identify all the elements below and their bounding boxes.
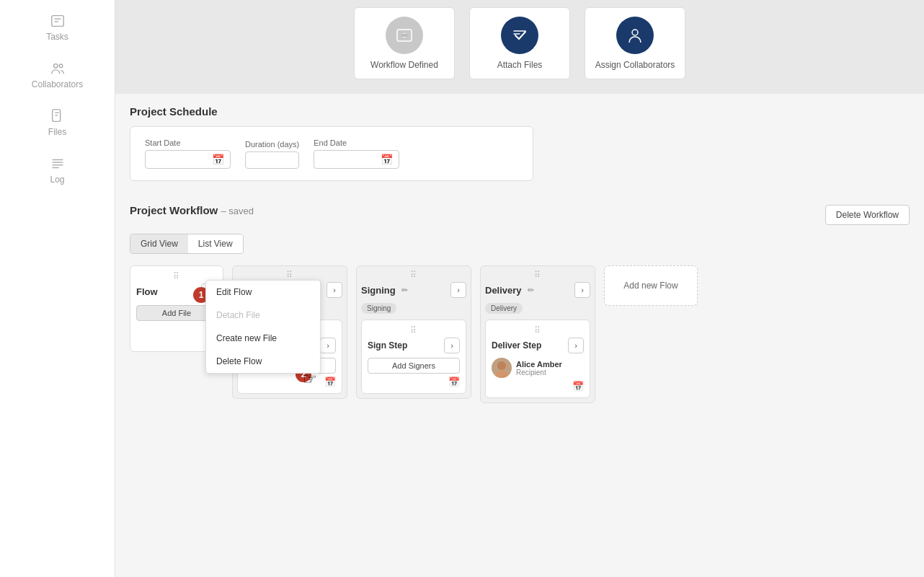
recipient-name: Alice Amber bbox=[516, 360, 562, 369]
delivery-title-group: Delivery ✏ bbox=[485, 285, 534, 296]
main-content: Workflow Defined Attach Files Assign Col… bbox=[115, 0, 924, 577]
top-icons-row: Workflow Defined Attach Files Assign Col… bbox=[115, 0, 924, 94]
delivery-col-header: Delivery ✏ › bbox=[485, 282, 590, 298]
signing-drag-handle: ⠿ bbox=[361, 270, 466, 279]
review-step-calendar-icon[interactable]: 📅 bbox=[244, 376, 336, 387]
list-view-button[interactable]: List View bbox=[188, 234, 243, 253]
log-icon bbox=[50, 156, 66, 172]
signing-title: Signing bbox=[361, 285, 396, 296]
files-label: Files bbox=[48, 127, 66, 137]
sidebar-item-log[interactable]: Log bbox=[38, 150, 77, 190]
deliver-step-title: Deliver Step bbox=[492, 340, 541, 351]
sidebar-item-tasks[interactable]: Tasks bbox=[35, 7, 80, 48]
sign-step-calendar-icon[interactable]: 📅 bbox=[368, 376, 460, 387]
workflow-header: Project Workflow – saved Delete Workflow bbox=[130, 204, 910, 225]
context-menu: Edit Flow Detach File Create new File De… bbox=[205, 280, 321, 374]
deliver-step-header: Deliver Step › bbox=[492, 338, 584, 353]
start-date-input[interactable] bbox=[151, 154, 209, 164]
duration-input-wrap bbox=[245, 151, 299, 169]
attach-files-icon bbox=[501, 17, 538, 54]
recipient-row: Alice Amber Recipient bbox=[492, 358, 584, 378]
assign-collaborators-icon bbox=[616, 17, 654, 54]
workflow-defined-icon bbox=[386, 17, 423, 54]
signing-arrow-btn[interactable]: › bbox=[450, 282, 466, 298]
end-date-label: End Date bbox=[314, 138, 399, 147]
deliver-step-card: ⠿ Deliver Step › Alice Amber Recipient bbox=[485, 320, 590, 398]
delivery-drag-handle: ⠿ bbox=[485, 270, 590, 279]
svg-point-13 bbox=[632, 30, 638, 35]
view-toggle: Grid View List View bbox=[130, 234, 244, 254]
svg-rect-0 bbox=[51, 16, 63, 27]
project-workflow-section: Project Workflow – saved Delete Workflow… bbox=[115, 193, 924, 429]
svg-point-4 bbox=[59, 64, 63, 68]
context-menu-detach-file: Detach File bbox=[206, 304, 320, 327]
workflow-defined-card[interactable]: Workflow Defined bbox=[354, 7, 455, 79]
files-icon bbox=[50, 108, 66, 124]
end-date-input[interactable] bbox=[320, 154, 378, 164]
preparation-arrow-btn[interactable]: › bbox=[326, 282, 342, 298]
signing-column: ⠿ Signing ✏ › Signing ⠿ Sign Step › Add … bbox=[356, 265, 471, 399]
duration-input[interactable] bbox=[252, 155, 280, 165]
delivery-arrow-btn[interactable]: › bbox=[574, 282, 590, 298]
workflow-defined-label: Workflow Defined bbox=[370, 60, 438, 70]
context-menu-delete-flow[interactable]: Delete Flow bbox=[206, 350, 320, 373]
recipient-info: Alice Amber Recipient bbox=[516, 360, 562, 376]
assign-collaborators-label: Assign Collaborators bbox=[595, 60, 675, 70]
sign-step-arrow-btn[interactable]: › bbox=[444, 338, 460, 353]
end-date-field: End Date 📅 bbox=[314, 138, 399, 169]
log-label: Log bbox=[50, 175, 64, 185]
sidebar: Tasks Collaborators Files Log bbox=[0, 0, 115, 577]
start-date-input-wrap: 📅 bbox=[145, 150, 231, 169]
deliver-step-drag-handle: ⠿ bbox=[492, 326, 584, 335]
duration-field: Duration (days) bbox=[245, 140, 299, 169]
sign-step-title: Sign Step bbox=[368, 340, 407, 351]
alice-amber-avatar bbox=[492, 358, 512, 378]
svg-point-14 bbox=[494, 371, 509, 378]
grid-view-button[interactable]: Grid View bbox=[130, 234, 188, 253]
collaborators-label: Collaborators bbox=[32, 79, 83, 89]
sidebar-item-collaborators[interactable]: Collaborators bbox=[20, 55, 94, 95]
delivery-badge: Delivery bbox=[485, 303, 523, 314]
end-date-calendar-icon[interactable]: 📅 bbox=[381, 154, 393, 165]
end-date-input-wrap: 📅 bbox=[314, 150, 399, 169]
attach-files-card[interactable]: Attach Files bbox=[469, 7, 570, 79]
start-date-calendar-icon[interactable]: 📅 bbox=[212, 154, 224, 165]
svg-point-15 bbox=[497, 361, 506, 370]
signing-title-group: Signing ✏ bbox=[361, 285, 408, 296]
deliver-step-calendar-icon[interactable]: 📅 bbox=[492, 381, 584, 392]
collaborators-icon bbox=[50, 61, 66, 76]
delete-workflow-button[interactable]: Delete Workflow bbox=[825, 205, 910, 225]
recipient-role: Recipient bbox=[516, 369, 562, 376]
review-step-arrow-btn[interactable]: › bbox=[320, 338, 336, 353]
start-date-field: Start Date 📅 bbox=[145, 138, 231, 169]
flow-title: Flow bbox=[136, 286, 158, 297]
add-new-flow-button[interactable]: Add new Flow bbox=[604, 265, 698, 306]
sidebar-item-files[interactable]: Files bbox=[37, 102, 78, 143]
project-schedule-section: Project Schedule Start Date 📅 Duration (… bbox=[115, 94, 924, 193]
schedule-title: Project Schedule bbox=[130, 105, 910, 118]
tasks-label: Tasks bbox=[46, 32, 68, 42]
sign-step-drag-handle: ⠿ bbox=[368, 326, 460, 335]
signing-col-header: Signing ✏ › bbox=[361, 282, 466, 298]
assign-collaborators-card[interactable]: Assign Collaborators bbox=[585, 7, 685, 79]
schedule-card: Start Date 📅 Duration (days) End Date 📅 bbox=[130, 126, 533, 181]
signing-badge: Signing bbox=[361, 303, 396, 314]
workflow-title: Project Workflow – saved bbox=[130, 204, 254, 216]
flow-drag-handle: ⠿ bbox=[136, 272, 217, 281]
context-menu-edit-flow[interactable]: Edit Flow bbox=[206, 281, 320, 304]
workflow-area: ⠿ Flow › Add File 1 Edit Flow Detach Fil… bbox=[130, 265, 910, 418]
preparation-drag-handle: ⠿ bbox=[237, 270, 342, 279]
svg-point-3 bbox=[53, 64, 58, 69]
start-date-label: Start Date bbox=[145, 138, 231, 147]
svg-rect-12 bbox=[401, 34, 407, 37]
delivery-column: ⠿ Delivery ✏ › Delivery ⠿ Deliver Step › bbox=[480, 265, 595, 403]
signing-edit-icon[interactable]: ✏ bbox=[401, 286, 408, 295]
sign-step-header: Sign Step › bbox=[368, 338, 460, 353]
workflow-saved-badge: – saved bbox=[221, 206, 254, 216]
attach-files-label: Attach Files bbox=[497, 60, 543, 70]
deliver-step-arrow-btn[interactable]: › bbox=[568, 338, 584, 353]
add-signers-button[interactable]: Add Signers bbox=[368, 358, 460, 374]
context-menu-create-file[interactable]: Create new File bbox=[206, 327, 320, 350]
sign-step-card: ⠿ Sign Step › Add Signers 📅 bbox=[361, 320, 466, 394]
delivery-edit-icon[interactable]: ✏ bbox=[528, 286, 534, 295]
